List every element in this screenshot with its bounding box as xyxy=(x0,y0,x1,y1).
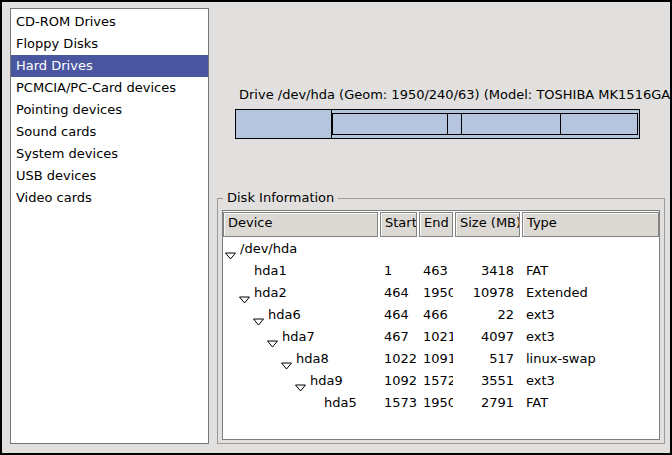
end-cell: 1950 xyxy=(419,392,453,414)
partition-bar xyxy=(235,109,640,139)
end-cell: 1091 xyxy=(419,348,453,370)
device-cell: hda7 xyxy=(223,326,378,348)
end-cell: 463 xyxy=(419,260,453,282)
sidebar-item-pcmcia-pc-card-devices[interactable]: PCMCIA/PC-Card devices xyxy=(11,77,208,99)
table-row-hda6[interactable]: hda646446622ext3 xyxy=(223,304,659,326)
table-row-hda8[interactable]: hda810221091517linux-swap xyxy=(223,348,659,370)
table-row-hda9[interactable]: hda9109215723551ext3 xyxy=(223,370,659,392)
table-row-hda5[interactable]: hda5157319502791FAT xyxy=(223,392,659,414)
type-cell: ext3 xyxy=(522,326,659,348)
device-name: hda1 xyxy=(254,260,287,282)
device-name: hda8 xyxy=(296,348,329,370)
column-header-device[interactable]: Device xyxy=(223,212,378,237)
partition-segment-hda1 xyxy=(236,110,332,138)
table-row-hda2[interactable]: hda2464195010978Extended xyxy=(223,282,659,304)
sidebar-item-hard-drives[interactable]: Hard Drives xyxy=(11,55,208,77)
sidebar-item-system-devices[interactable]: System devices xyxy=(11,143,208,165)
size-cell: 4097 xyxy=(455,326,520,348)
size-cell: 517 xyxy=(455,348,520,370)
disk-information-label: Disk Information xyxy=(223,190,338,205)
end-cell: 466 xyxy=(419,304,453,326)
size-cell: 22 xyxy=(455,304,520,326)
size-cell: 2791 xyxy=(455,392,520,414)
hardware-browser-window: CD-ROM DrivesFloppy DisksHard DrivesPCMC… xyxy=(0,0,672,455)
column-header-size-mb-[interactable]: Size (MB) xyxy=(455,212,520,237)
type-cell: Extended xyxy=(522,282,659,304)
end-cell: 1950 xyxy=(419,282,453,304)
device-cell: hda8 xyxy=(223,348,378,370)
start-cell: 1092 xyxy=(380,370,417,392)
expander-triangle-icon[interactable] xyxy=(239,289,250,297)
device-name: /dev/hda xyxy=(240,238,297,260)
start-cell: 464 xyxy=(380,304,417,326)
expander-triangle-icon[interactable] xyxy=(281,355,292,363)
column-header-start[interactable]: Start xyxy=(380,212,417,237)
device-cell: hda6 xyxy=(223,304,378,326)
start-cell: 467 xyxy=(380,326,417,348)
device-cell: hda2 xyxy=(223,282,378,304)
type-cell: FAT xyxy=(522,260,659,282)
sidebar-item-sound-cards[interactable]: Sound cards xyxy=(11,121,208,143)
table-row-hda7[interactable]: hda746710214097ext3 xyxy=(223,326,659,348)
device-name: hda5 xyxy=(324,392,357,414)
sidebar-item-cd-rom-drives[interactable]: CD-ROM Drives xyxy=(11,11,208,33)
type-cell xyxy=(522,238,659,260)
end-cell xyxy=(419,238,453,260)
device-cell: hda1 xyxy=(223,260,378,282)
table-row--dev-hda[interactable]: /dev/hda xyxy=(223,238,659,260)
table-body: /dev/hdahda114633418FAThda2464195010978E… xyxy=(223,238,659,414)
size-cell: 3551 xyxy=(455,370,520,392)
partition-divider-after-hda9 xyxy=(560,114,561,134)
end-cell: 1572 xyxy=(419,370,453,392)
device-cell: hda9 xyxy=(223,370,378,392)
start-cell: 464 xyxy=(380,282,417,304)
table-header: DeviceStartEndSize (MB)Type xyxy=(223,211,659,238)
sidebar-item-usb-devices[interactable]: USB devices xyxy=(11,165,208,187)
type-cell: ext3 xyxy=(522,370,659,392)
start-cell: 1 xyxy=(380,260,417,282)
start-cell: 1022 xyxy=(380,348,417,370)
sidebar-item-video-cards[interactable]: Video cards xyxy=(11,187,208,209)
start-cell: 1573 xyxy=(380,392,417,414)
type-cell: FAT xyxy=(522,392,659,414)
size-cell xyxy=(455,238,520,260)
end-cell: 1021 xyxy=(419,326,453,348)
start-cell xyxy=(380,238,417,260)
expander-triangle-icon[interactable] xyxy=(225,245,236,253)
expander-triangle-icon[interactable] xyxy=(253,311,264,319)
device-name: hda6 xyxy=(268,304,301,326)
extended-partition-hda2 xyxy=(332,113,638,135)
expander-triangle-icon[interactable] xyxy=(267,333,278,341)
device-name: hda2 xyxy=(254,282,287,304)
table-row-hda1[interactable]: hda114633418FAT xyxy=(223,260,659,282)
column-header-end[interactable]: End xyxy=(419,212,453,237)
partition-divider-after-hda8 xyxy=(461,114,462,134)
type-cell: ext3 xyxy=(522,304,659,326)
device-cell: /dev/hda xyxy=(223,238,378,260)
partition-divider-after-hda7 xyxy=(447,114,448,134)
partition-table: DeviceStartEndSize (MB)Type /dev/hdahda1… xyxy=(222,210,660,440)
drive-info-label: Drive /dev/hda (Geom: 1950/240/63) (Mode… xyxy=(239,87,672,102)
sidebar-item-pointing-devices[interactable]: Pointing devices xyxy=(11,99,208,121)
device-cell: hda5 xyxy=(223,392,378,414)
type-cell: linux-swap xyxy=(522,348,659,370)
disk-information-groupbox: Disk Information DeviceStartEndSize (MB)… xyxy=(217,198,665,444)
device-category-list: CD-ROM DrivesFloppy DisksHard DrivesPCMC… xyxy=(10,8,209,444)
sidebar-item-floppy-disks[interactable]: Floppy Disks xyxy=(11,33,208,55)
device-name: hda9 xyxy=(310,370,343,392)
device-name: hda7 xyxy=(282,326,315,348)
column-header-type[interactable]: Type xyxy=(522,212,659,237)
expander-triangle-icon[interactable] xyxy=(295,377,306,385)
size-cell: 3418 xyxy=(455,260,520,282)
size-cell: 10978 xyxy=(455,282,520,304)
